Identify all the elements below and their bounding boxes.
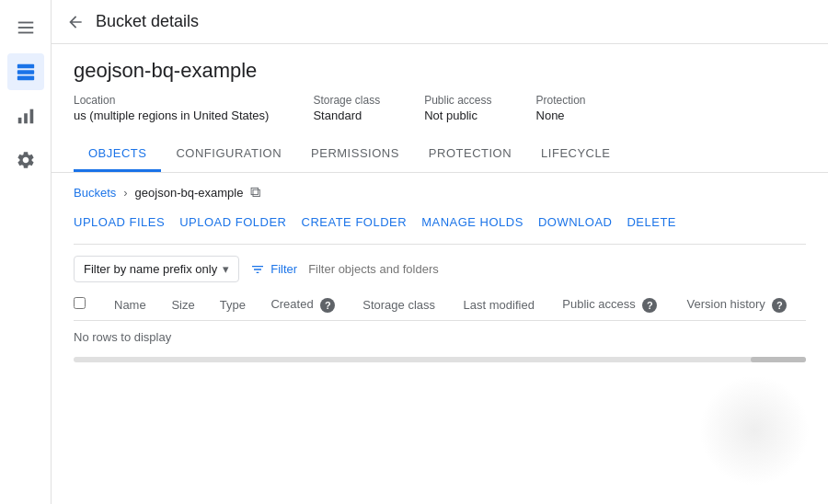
scroll-thumb [751, 357, 806, 362]
tab-permissions[interactable]: PERMISSIONS [296, 137, 414, 172]
bucket-name: geojson-bq-example [74, 59, 806, 83]
sidebar [0, 0, 52, 504]
action-bar: UPLOAD FILES UPLOAD FOLDER CREATE FOLDER… [74, 212, 806, 245]
table-header-row: Name Size Type Created ? Storage class L… [74, 290, 806, 320]
sidebar-icon-menu[interactable] [7, 9, 44, 46]
no-rows-message: No rows to display [74, 321, 171, 353]
th-last-modified: Last modified [453, 290, 552, 320]
svg-rect-7 [24, 113, 28, 123]
th-type: Type [209, 290, 260, 320]
objects-content: Buckets › geojson-bq-example ⧉ UPLOAD FI… [52, 173, 828, 504]
storage-class-label: Storage class [313, 94, 380, 107]
breadcrumb-separator: › [123, 186, 127, 200]
chevron-down-icon: ▾ [223, 262, 229, 276]
protection-value: None [536, 109, 586, 122]
horizontal-scrollbar[interactable] [74, 357, 806, 362]
tab-configuration[interactable]: CONFIGURATION [161, 137, 296, 172]
main-content: Bucket details geojson-bq-example Locati… [52, 0, 828, 504]
breadcrumb: Buckets › geojson-bq-example ⧉ [74, 184, 806, 200]
th-public-access: Public access ? [551, 290, 675, 320]
created-help-icon[interactable]: ? [320, 298, 335, 313]
tabs: OBJECTS CONFIGURATION PERMISSIONS PROTEC… [74, 137, 806, 172]
public-access-help-icon[interactable]: ? [642, 298, 657, 313]
storage-class-value: Standard [313, 109, 380, 122]
back-button[interactable] [66, 13, 85, 31]
svg-rect-4 [17, 70, 33, 74]
protection-label: Protection [536, 94, 586, 107]
tab-lifecycle[interactable]: LIFECYCLE [526, 137, 625, 172]
svg-rect-1 [17, 27, 33, 29]
filter-button[interactable]: Filter [250, 262, 297, 277]
svg-rect-5 [17, 76, 33, 81]
breadcrumb-root[interactable]: Buckets [74, 186, 116, 200]
meta-location: Location us (multiple regions in United … [74, 94, 269, 122]
th-version-history: Version history ? [676, 290, 806, 320]
location-value: us (multiple regions in United States) [74, 109, 269, 122]
table-body: No rows to display [74, 320, 806, 353]
upload-files-button[interactable]: UPLOAD FILES [74, 212, 165, 233]
sidebar-icon-storage[interactable] [7, 53, 44, 90]
manage-holds-button[interactable]: MANAGE HOLDS [421, 212, 523, 233]
meta-storage-class: Storage class Standard [313, 94, 380, 122]
delete-button[interactable]: DELETE [627, 212, 676, 233]
download-button[interactable]: DOWNLOAD [538, 212, 613, 233]
svg-rect-6 [17, 118, 21, 123]
meta-public-access: Public access Not public [424, 94, 491, 122]
th-storage-class: Storage class [351, 290, 452, 320]
upload-folder-button[interactable]: UPLOAD FOLDER [179, 212, 286, 233]
page-title: Bucket details [96, 12, 199, 31]
public-access-value: Not public [424, 109, 491, 122]
no-rows-row: No rows to display [74, 320, 806, 353]
breadcrumb-current: geojson-bq-example [135, 186, 244, 200]
sidebar-icon-analytics[interactable] [7, 97, 44, 134]
filter-label: Filter [270, 262, 297, 276]
sidebar-icon-settings[interactable] [7, 142, 44, 178]
filter-row: Filter by name prefix only ▾ Filter [74, 256, 806, 282]
svg-rect-8 [29, 109, 33, 124]
tab-objects[interactable]: OBJECTS [74, 137, 161, 172]
objects-table: Name Size Type Created ? Storage class L… [74, 290, 806, 353]
th-name: Name [103, 290, 160, 320]
create-folder-button[interactable]: CREATE FOLDER [302, 212, 408, 233]
bucket-header: geojson-bq-example Location us (multiple… [52, 44, 828, 173]
meta-protection: Protection None [536, 94, 586, 122]
copy-path-icon[interactable]: ⧉ [250, 184, 260, 200]
select-all-checkbox[interactable] [74, 297, 86, 309]
topbar: Bucket details [52, 0, 828, 44]
public-access-label: Public access [424, 94, 491, 107]
filter-prefix-label: Filter by name prefix only [84, 262, 217, 276]
version-history-help-icon[interactable]: ? [772, 298, 787, 313]
filter-input[interactable] [308, 262, 806, 276]
filter-prefix-dropdown[interactable]: Filter by name prefix only ▾ [74, 256, 239, 282]
th-checkbox [74, 290, 103, 320]
bucket-meta: Location us (multiple regions in United … [74, 94, 806, 122]
location-label: Location [74, 94, 269, 107]
svg-rect-3 [17, 64, 33, 69]
svg-rect-2 [17, 32, 33, 34]
tab-protection[interactable]: PROTECTION [414, 137, 526, 172]
th-size: Size [160, 290, 208, 320]
th-created: Created ? [259, 290, 351, 320]
svg-rect-0 [17, 22, 33, 24]
